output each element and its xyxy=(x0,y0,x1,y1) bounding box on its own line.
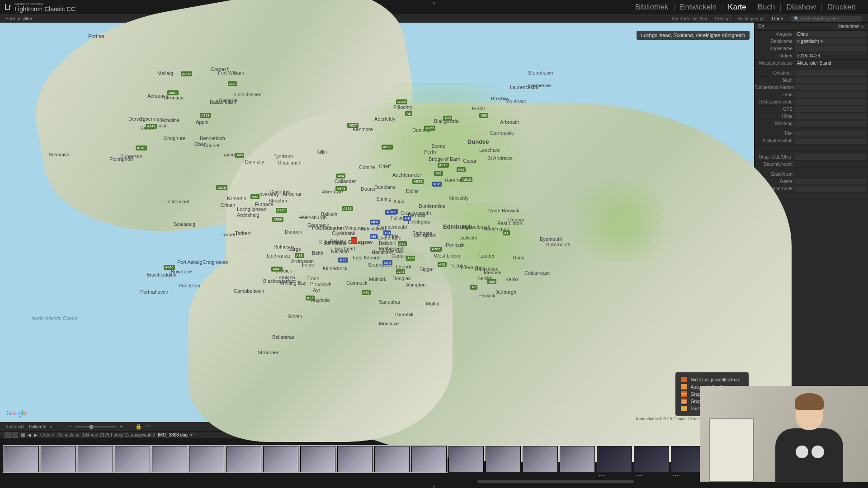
meta-gps[interactable] xyxy=(795,106,866,112)
road-badge: A849 xyxy=(136,145,147,150)
road-badge: A848 xyxy=(146,124,157,129)
module-print[interactable]: Drucken xyxy=(822,3,861,12)
road-badge: A811 xyxy=(342,206,353,211)
legend-swatch-unselected xyxy=(681,377,687,382)
meta-city[interactable] xyxy=(795,77,866,83)
app-name: Lightroom Classic CC xyxy=(14,6,75,12)
meta-label-gps: GPS xyxy=(755,107,795,112)
chevron-down-icon[interactable]: ▼ xyxy=(861,25,864,29)
road-badge: A7 xyxy=(470,285,477,290)
meta-preset[interactable]: Ohne xyxy=(795,31,866,37)
meta-label-status: Metadatenstatus xyxy=(755,61,795,66)
map-search[interactable]: 🔍 xyxy=(790,16,863,22)
thumbnail[interactable] xyxy=(78,446,113,472)
meta-iso[interactable] xyxy=(795,99,866,105)
meta-direction[interactable] xyxy=(795,121,866,127)
view-mode-2[interactable] xyxy=(12,432,18,438)
filmstrip-count: 104 von 2175 Fotos/ 12 ausgewählt/ xyxy=(82,432,155,437)
panel-tab-location[interactable]: Ort xyxy=(758,24,764,29)
road-badge: A91 xyxy=(434,171,443,176)
meta-title[interactable] xyxy=(795,131,866,136)
meta-state[interactable] xyxy=(795,84,866,90)
road-badge: A846 xyxy=(164,265,175,270)
thumbnail[interactable] xyxy=(486,446,521,472)
meta-copyname[interactable] xyxy=(795,46,866,52)
meta-altitude[interactable] xyxy=(795,113,866,119)
filter-tagged[interactable]: Getaggt xyxy=(711,16,735,21)
thumbnail[interactable]: •••• xyxy=(597,446,632,472)
filmstrip-path[interactable]: Ordner : Schottland xyxy=(40,432,80,437)
map-marker-glasgow[interactable] xyxy=(351,237,357,244)
map-style-value[interactable]: Gelände xyxy=(29,424,46,429)
thumbnail[interactable]: •••• xyxy=(634,446,669,472)
road-badge: A915 xyxy=(461,177,472,182)
thumbnail[interactable] xyxy=(374,446,410,472)
meta-label-caption: Bildunterschrift xyxy=(755,138,795,143)
thumbnail[interactable] xyxy=(523,446,558,472)
filter-none[interactable]: Ohne xyxy=(769,16,787,21)
meta-filename[interactable]: < gemischt > xyxy=(795,38,866,44)
thumbnail[interactable] xyxy=(115,446,150,472)
meta-orig-date[interactable] xyxy=(795,154,866,160)
road-badge: A912 xyxy=(438,163,449,168)
thumbnail[interactable] xyxy=(560,446,595,472)
filter-visible-on-map[interactable]: Auf Karte sichtbar xyxy=(668,16,711,21)
module-library[interactable]: Bibliothek xyxy=(630,3,675,12)
panel-collapse-top[interactable]: ▼ xyxy=(432,1,436,6)
meta-created xyxy=(795,171,866,177)
meta-folder: 2018-04-29 xyxy=(795,53,866,59)
thumbnail[interactable] xyxy=(411,446,447,472)
road-badge: A92 xyxy=(457,167,466,172)
road-badge: A72 xyxy=(438,262,447,267)
lock-icon[interactable]: 🔒 xyxy=(135,423,142,430)
road-badge: A823 xyxy=(412,179,424,184)
road-badge: A886 xyxy=(272,217,283,222)
meta-label-altitude: Höhe xyxy=(755,114,795,119)
thumbnail[interactable] xyxy=(263,446,298,472)
road-badge: A1 xyxy=(503,230,510,235)
thumbnail[interactable] xyxy=(448,446,484,472)
module-slideshow[interactable]: Diashow xyxy=(781,3,821,12)
road-badge: A815 xyxy=(276,208,287,213)
view-mode-1[interactable] xyxy=(5,432,11,438)
map-canvas[interactable]: GlasgowEdinburghDundeePerthStirlingFalki… xyxy=(0,23,754,422)
nav-prev-icon[interactable]: ◀ xyxy=(28,432,31,437)
module-book[interactable]: Buch xyxy=(752,3,781,12)
location-filter-label: Positionsfilter: xyxy=(5,16,33,21)
nav-next-icon[interactable]: ▶ xyxy=(34,432,38,437)
thumbnail[interactable] xyxy=(189,446,224,472)
road-badge: A77 xyxy=(306,296,315,300)
map-search-input[interactable] xyxy=(801,16,859,21)
grid-icon[interactable]: ▦ xyxy=(21,432,25,437)
thumbnail[interactable] xyxy=(152,446,187,472)
metadata-header[interactable]: Metadaten xyxy=(838,24,859,29)
thumbnail[interactable] xyxy=(226,446,261,472)
module-develop[interactable]: Entwickeln xyxy=(675,3,722,12)
road-badge: A816 xyxy=(216,185,227,190)
zoom-out-icon[interactable]: − xyxy=(68,423,71,430)
road-badge: A822 xyxy=(382,145,393,150)
meta-iptc[interactable] xyxy=(795,186,866,192)
road-badge: M74 xyxy=(382,260,392,265)
road-badge: A70 xyxy=(406,256,415,261)
meta-caption[interactable] xyxy=(795,138,866,144)
road-badge: A93 xyxy=(443,116,452,121)
zoom-in-icon[interactable]: + xyxy=(119,423,123,430)
meta-label-preset: Vorgabe xyxy=(755,32,795,37)
filter-untagged[interactable]: Nicht getaggt xyxy=(735,16,769,21)
thumbnail[interactable] xyxy=(41,446,76,472)
thumbnail[interactable] xyxy=(337,446,373,472)
road-badge: M9 xyxy=(403,216,411,221)
thumbnail[interactable] xyxy=(300,446,335,472)
tracklog-icon[interactable]: 〰 xyxy=(146,423,151,430)
meta-country[interactable] xyxy=(795,92,866,98)
road-badge: A83 xyxy=(250,194,259,199)
thumbnail[interactable] xyxy=(4,446,39,472)
meta-sublocation[interactable] xyxy=(795,70,866,76)
meta-genre[interactable] xyxy=(795,178,866,184)
meta-status: Aktuellster Stand xyxy=(795,60,866,66)
module-map[interactable]: Karte xyxy=(722,3,752,12)
meta-label-state: Bundesland/Kanton xyxy=(755,85,795,90)
zoom-slider[interactable] xyxy=(75,426,116,427)
panel-collapse-bottom[interactable]: ▲ xyxy=(0,483,868,488)
